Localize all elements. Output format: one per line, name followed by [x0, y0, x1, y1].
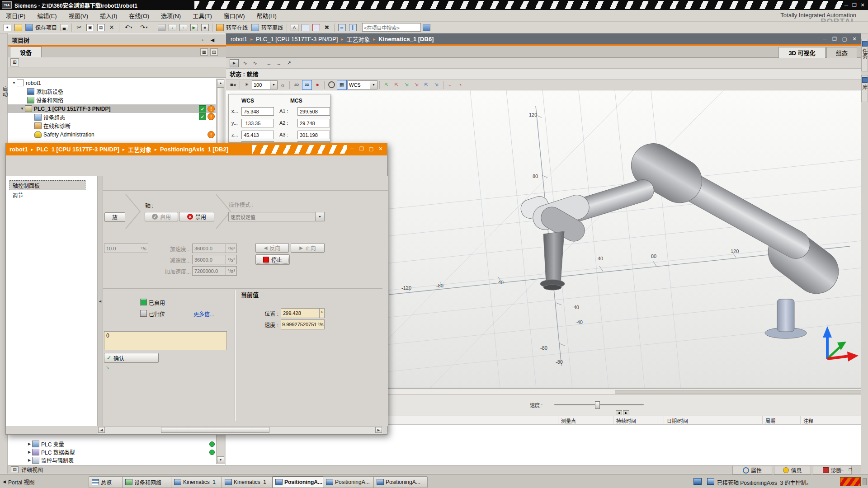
start-simulation-icon[interactable]: [300, 23, 310, 32]
coord-value[interactable]: 45.413: [241, 131, 274, 139]
menu-tools[interactable]: 工具(T): [187, 10, 218, 21]
scroll-left-icon[interactable]: ◀: [98, 427, 105, 433]
tree-row-online-diag[interactable]: 在线和诊断: [8, 122, 216, 130]
breadcrumb-item-current[interactable]: PositioningAxis_1 [DB2]: [160, 146, 228, 153]
start-cpu-icon[interactable]: ▶: [189, 23, 199, 32]
tree-row-safety-admin[interactable]: Safety Administration: [8, 130, 216, 139]
column-header[interactable]: 周期: [762, 416, 803, 425]
disable-button[interactable]: ✕ 禁用: [179, 212, 214, 221]
tree-row-devices-networks[interactable]: 设备和网络: [8, 96, 216, 104]
undo-icon[interactable]: ↶▼: [122, 23, 136, 32]
go-offline-label[interactable]: 转至离线: [261, 23, 283, 31]
coordinate-system-combo[interactable]: WCS ▼: [347, 80, 377, 89]
tree-row-device-config[interactable]: 设备组态: [8, 113, 216, 122]
collapse-nav-icon[interactable]: ◀: [98, 296, 103, 306]
coord-value[interactable]: -133.35: [241, 119, 274, 127]
nav-axis-control-panel[interactable]: 轴控制面板: [9, 180, 85, 190]
zoom-level-combo[interactable]: 100 ▼: [252, 80, 278, 89]
scroll-down-icon[interactable]: ▼: [217, 456, 224, 463]
axis-window-titlebar[interactable]: robot1 ▸ PLC_1 [CPU 1517TF-3 PN/DP] ▸ 工艺…: [6, 143, 387, 155]
stop-button[interactable]: 停止: [255, 254, 290, 265]
menu-help[interactable]: 帮助(H): [251, 10, 283, 21]
tab-info[interactable]: 信息: [774, 466, 811, 474]
taskbar-item-positioningaxis3[interactable]: PositioningA...: [373, 476, 428, 488]
accel-field[interactable]: 36000.0 °/s²: [192, 244, 237, 253]
menu-online[interactable]: 在线(O): [123, 10, 155, 21]
view-3d-target-icon[interactable]: ◉: [313, 80, 322, 89]
scroll-right-icon[interactable]: ▶: [375, 427, 382, 433]
column-header[interactable]: 持续时间: [613, 416, 667, 425]
tab-diagnostics[interactable]: 诊断: [813, 466, 852, 474]
light-icon[interactable]: ☼: [278, 80, 287, 89]
tree-row-plc-datatypes[interactable]: ▶ PLC 数据类型: [8, 448, 216, 456]
acknowledge-button[interactable]: ✓ 确认: [104, 353, 159, 363]
scrollbar-thumb[interactable]: [615, 390, 868, 394]
redo-icon[interactable]: ↷▼: [137, 23, 151, 32]
decel-field[interactable]: 36000.0 °/s²: [192, 255, 237, 264]
save-project-icon[interactable]: [24, 23, 34, 32]
trace-record-icon[interactable]: ▶: [229, 59, 240, 68]
expand-all-icon[interactable]: ⊞: [10, 58, 19, 66]
menu-view[interactable]: 视图(V): [63, 10, 94, 21]
cut-icon[interactable]: ✂: [74, 23, 84, 32]
project-library-icon[interactable]: [421, 23, 431, 32]
tree-row-add-device[interactable]: 添加新设备: [8, 87, 216, 96]
view-xy-icon[interactable]: ⇲: [432, 80, 441, 89]
new-project-icon[interactable]: ✶: [2, 23, 12, 32]
breadcrumb-item[interactable]: PLC_1 [CPU 1517TF-3 PN/DP]: [36, 146, 119, 153]
breadcrumb-item[interactable]: robot1: [9, 146, 28, 153]
tab-devices[interactable]: 设备: [10, 47, 42, 57]
menu-options[interactable]: 选项(N): [155, 10, 187, 21]
split-horizontal-icon[interactable]: ═: [337, 23, 347, 32]
view-2d-icon[interactable]: 2D: [292, 80, 301, 89]
scroll-up-icon[interactable]: ▲: [217, 80, 224, 86]
tree-row-plc1[interactable]: ▼ PLC_1 [CPU 1517TF-3 PN/DP]: [8, 104, 216, 113]
open-project-icon[interactable]: [13, 23, 23, 32]
expander-icon[interactable]: ▶: [27, 450, 32, 454]
kinematics-trace-icon[interactable]: ⌐: [446, 80, 455, 89]
brightness-icon[interactable]: ☀: [242, 80, 251, 89]
upload-icon[interactable]: ↑: [178, 23, 188, 32]
menu-window[interactable]: 窗口(W): [218, 10, 251, 21]
inspector-minimize-icon[interactable]: ─: [839, 467, 845, 473]
inspector-restore-icon[interactable]: ❐: [847, 467, 854, 473]
view-zy-icon[interactable]: ⇲: [402, 80, 411, 89]
enable-button[interactable]: ✓ 启用: [145, 212, 178, 221]
details-view-icon[interactable]: ▤: [210, 48, 218, 56]
taskbar-item-overview[interactable]: 总览: [89, 476, 125, 488]
search-input[interactable]: [362, 23, 421, 32]
menu-project[interactable]: 项目(P): [0, 10, 31, 21]
expander-icon[interactable]: ▶: [27, 442, 32, 446]
coord-value[interactable]: 301.198: [297, 131, 330, 139]
expander-icon[interactable]: ▼: [11, 81, 17, 85]
cross-references-icon[interactable]: ✖: [322, 23, 332, 32]
taskbar-item-kinematics1[interactable]: Kinematics_1: [171, 476, 225, 488]
view-yz-icon[interactable]: ⇲: [412, 80, 421, 89]
jerk-field[interactable]: 7200000.0 °/s³: [192, 266, 237, 276]
menu-edit[interactable]: 编辑(E): [31, 10, 62, 21]
column-header[interactable]: 测量点: [558, 416, 616, 425]
coord-value[interactable]: 299.508: [297, 107, 330, 116]
nav-splitter[interactable]: ◀: [98, 176, 103, 426]
tab-libraries[interactable]: 库: [861, 75, 868, 102]
window-maximize-icon[interactable]: ▢: [368, 145, 375, 152]
release-master-button-partial[interactable]: 放: [104, 212, 125, 222]
backward-button[interactable]: ◀ 反向: [255, 243, 289, 253]
copy-icon[interactable]: ▣: [85, 23, 95, 32]
taskbar-item-devices-networks[interactable]: 设备和网络: [122, 476, 174, 488]
go-offline-icon[interactable]: [250, 23, 260, 32]
close-button[interactable]: ✕: [859, 1, 866, 9]
trace-curve2-icon[interactable]: ∿: [250, 59, 259, 68]
taskbar-item-positioningaxis2[interactable]: PositioningA...: [323, 476, 377, 488]
float-panel-icon[interactable]: ▫: [199, 36, 206, 43]
camera-icon[interactable]: ■◂: [228, 80, 237, 89]
detail-view-bar[interactable]: ▤ 详细视图: [8, 465, 226, 474]
velocity-field[interactable]: 10.0 °/s: [104, 244, 148, 253]
tab-tasks[interactable]: 任务: [861, 39, 868, 71]
window-minimize-icon[interactable]: ─: [349, 145, 356, 152]
expander-icon[interactable]: ▼: [19, 107, 25, 111]
coord-value[interactable]: 29.748: [297, 119, 330, 127]
collapse-panel-icon[interactable]: ◀: [209, 36, 216, 43]
tab-configuration[interactable]: 组态: [826, 47, 857, 58]
taskbar-item-positioningaxis-active[interactable]: PositioningA...: [272, 476, 326, 488]
